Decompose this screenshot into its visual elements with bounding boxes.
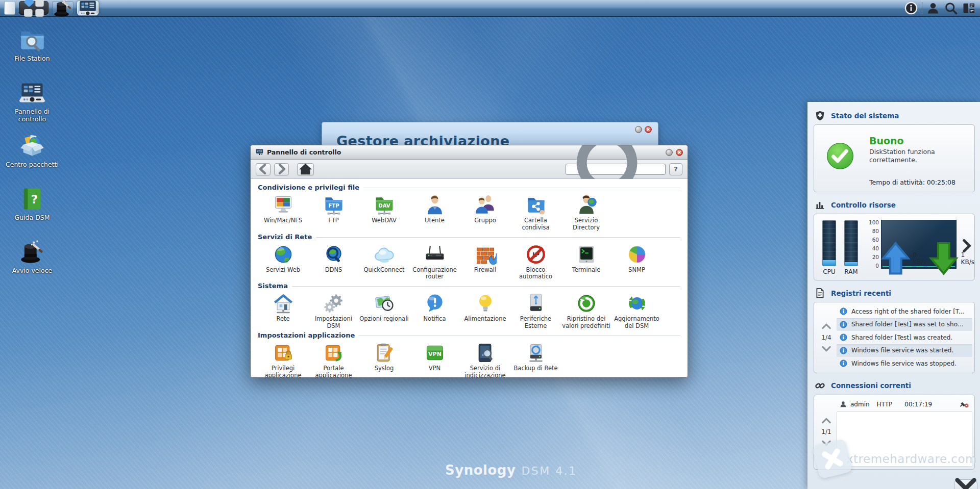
desktop-icon-label: Pannello di controllo (5, 108, 59, 123)
cp-item-label: Configurazione router (409, 267, 460, 281)
close-button[interactable] (676, 149, 683, 156)
cp-item-power[interactable]: Alimentazione (460, 291, 510, 330)
cp-item-ddns[interactable]: DDNS (308, 242, 359, 281)
widget-resource-monitor: Controllo risorse CPU RAM 100806040200 0… (814, 199, 975, 280)
cp-item-regional-options[interactable]: Opzioni regionali (359, 291, 409, 330)
cp-item-firewall[interactable]: Firewall (460, 242, 510, 281)
cp-item-vpn[interactable]: VPN VPN (409, 341, 460, 377)
syslog-icon (373, 342, 396, 364)
cp-item-quickconnect[interactable]: QuickConnect (359, 242, 409, 281)
page-up-button[interactable] (821, 418, 831, 424)
log-text: Windows file service was stopped. (851, 360, 957, 367)
cp-item-label: Servizio Directory (561, 217, 611, 231)
cp-item-label: Cartella condivisa (510, 217, 561, 231)
chevron-up-icon (821, 323, 831, 329)
log-row[interactable]: Windows file service was started. (837, 344, 972, 357)
dsm-help-icon: ? (19, 186, 45, 212)
disconnect-icon[interactable] (959, 400, 969, 408)
forward-button[interactable] (274, 163, 289, 175)
section-title: Impostazioni applicazione (258, 331, 355, 339)
cp-item-restore-defaults[interactable]: Ripristino dei valori predefiniti (561, 291, 611, 330)
log-row[interactable]: Shared folder [Test] was set to sho... (837, 318, 972, 331)
cp-item-user[interactable]: Utente (409, 193, 460, 231)
collapse-widget-panel-button[interactable] (954, 479, 977, 489)
cp-item-snmp[interactable]: SNMP (611, 242, 662, 281)
cp-item-media-indexing[interactable]: Servizio di indicizzazione multimediale (460, 341, 510, 377)
cp-item-directory-service[interactable]: Servizio Directory (561, 193, 611, 231)
upload-rate: 0 KB/s (913, 251, 926, 266)
cp-item-network-backup[interactable]: Backup di Rete (510, 341, 561, 377)
cp-item-label: QuickConnect (363, 267, 404, 274)
cp-item-auto-block[interactable]: IP Blocco automatico (510, 242, 561, 281)
cp-item-shared-folder[interactable]: Cartella condivisa (510, 193, 561, 231)
cp-item-network[interactable]: Rete (258, 291, 308, 330)
cp-item-webdav[interactable]: DAV WebDAV (359, 193, 409, 231)
taskbar-app-quick-launch[interactable] (52, 1, 74, 15)
network-icon (272, 292, 295, 315)
uptime: Tempo di attività: 00:25:08 (869, 178, 955, 186)
user-icon (926, 1, 940, 15)
document-icon (815, 288, 825, 298)
log-row[interactable]: Access right of the shared folder [T... (837, 305, 972, 318)
main-menu-icon (19, 0, 48, 19)
widgets-toggle-button[interactable] (962, 1, 976, 15)
search-button[interactable] (944, 1, 958, 15)
snmp-icon (626, 243, 648, 266)
media-indexing-icon (474, 342, 497, 364)
taskbar-app-control-panel[interactable] (77, 1, 99, 15)
cp-item-group[interactable]: Gruppo (460, 193, 510, 231)
search-input[interactable] (660, 165, 662, 173)
help-button[interactable]: ? (669, 163, 682, 175)
svg-text:FTP: FTP (328, 203, 339, 209)
regional-options-icon (373, 292, 396, 315)
cp-item-dsm-update[interactable]: Aggiornamento del DSM (611, 291, 662, 330)
log-row[interactable]: Shared folder [Test] was created. (837, 331, 972, 344)
desktop-icon-magic-hat[interactable]: Avvio veloce (5, 239, 59, 292)
back-button[interactable] (256, 163, 271, 175)
connection-row[interactable]: admin HTTP 00:17:19 (837, 398, 972, 411)
page-down-button[interactable] (821, 346, 831, 352)
cp-item-external-devices[interactable]: Periferiche Esterne (510, 291, 561, 330)
section-title: Sistema (258, 282, 288, 290)
show-desktop-tab[interactable] (4, 1, 15, 15)
home-button[interactable] (297, 163, 314, 175)
cp-item-notification[interactable]: Notifica (409, 291, 460, 330)
close-button[interactable] (645, 126, 652, 133)
desktop-icon-dsm-help[interactable]: ? Guida DSM (5, 186, 59, 239)
user-menu-button[interactable] (926, 1, 940, 15)
window-control-panel: Pannello di controllo ? Condivisione e p… (250, 145, 688, 378)
cp-item-terminal[interactable]: Terminale (561, 242, 611, 281)
connection-user: admin (850, 401, 870, 408)
expand-resource-monitor-button[interactable] (962, 239, 972, 253)
info-icon (840, 321, 847, 328)
minimize-button[interactable] (635, 126, 642, 133)
log-row[interactable]: Windows file service was stopped. (837, 357, 972, 370)
bar-chart-icon (815, 199, 825, 210)
log-text: Access right of the shared folder [T... (851, 308, 964, 315)
desktop-icon-file-station[interactable]: File Station (5, 27, 59, 80)
section-divider (292, 286, 680, 287)
axis-tick: 80 (872, 228, 879, 234)
minimize-button[interactable] (666, 149, 673, 156)
chain-icon (815, 380, 825, 391)
cp-item-win-mac-nfs[interactable]: Win/Mac/NFS (258, 193, 308, 231)
search-icon (944, 1, 958, 15)
cp-item-router-config[interactable]: Configurazione router (409, 242, 460, 281)
user-icon (424, 194, 446, 216)
desktop-icon-control-panel[interactable]: Pannello di controllo (5, 80, 59, 133)
cp-item-app-portal[interactable]: Portale applicazione (308, 341, 359, 377)
cp-item-dsm-settings[interactable]: Impostazioni DSM (308, 291, 359, 330)
cp-item-app-privileges[interactable]: Privilegi applicazione (258, 341, 308, 377)
log-pager: 1/4 (816, 305, 837, 370)
desktop-icon-package-center[interactable]: Centro pacchetti (5, 133, 59, 186)
cp-item-syslog[interactable]: Syslog (359, 341, 409, 377)
cp-item-web-services[interactable]: Servizi Web (258, 242, 308, 281)
cp-item-ftp[interactable]: FTP FTP (308, 193, 359, 231)
search-box[interactable] (566, 164, 666, 175)
main-menu-button[interactable] (19, 1, 48, 15)
log-text: Windows file service was started. (851, 347, 953, 354)
info-button[interactable] (904, 1, 918, 15)
widget-panel: Stato del sistema Buono DiskStation funz… (807, 102, 980, 489)
cp-item-label: Terminale (572, 267, 601, 274)
page-up-button[interactable] (821, 323, 831, 329)
